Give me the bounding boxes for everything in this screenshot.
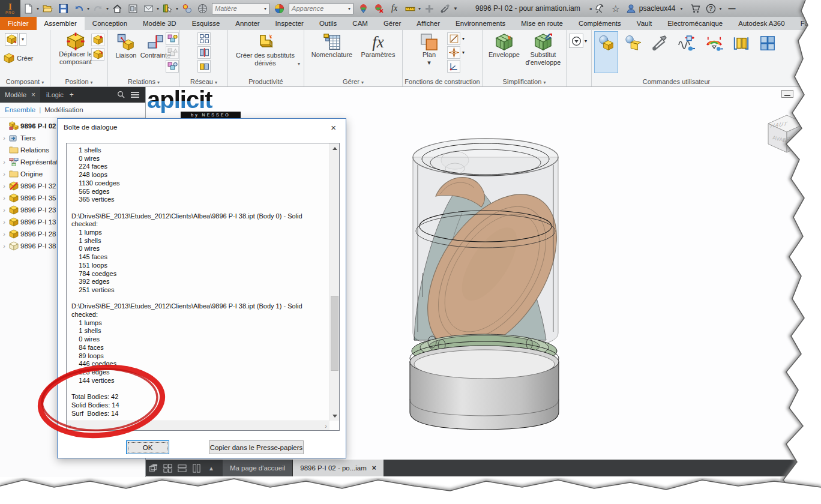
move-component-button[interactable]: Déplacer le composant (59, 32, 92, 65)
ribbon-tab-conception[interactable]: Conception (85, 17, 135, 30)
point-dropdown-icon[interactable]: ▾ (462, 50, 465, 55)
hamburger-menu-icon[interactable] (131, 92, 139, 98)
shrinkwrap-button[interactable]: Enveloppe (487, 33, 521, 59)
globe-button[interactable] (196, 2, 209, 14)
component-select-button[interactable] (161, 2, 174, 14)
ribbon-tab-factory[interactable]: Factory (793, 17, 821, 30)
vertical-scrollbar[interactable] (329, 143, 339, 421)
chevron-right-icon[interactable]: › (1, 194, 7, 202)
ribbon-tab-fichier[interactable]: Fichier (0, 17, 37, 30)
derive-dropdown-icon[interactable]: ▾ (298, 61, 300, 67)
axis-dropdown-icon[interactable]: ▾ (462, 36, 465, 41)
scroll-up-button[interactable] (330, 143, 340, 153)
clear-appearance-button[interactable] (372, 2, 385, 14)
axis-button[interactable] (447, 32, 460, 45)
appearance-combobox[interactable]: Apparence ▾ (289, 3, 353, 14)
ribbon-tab-vault[interactable]: Vault (629, 17, 660, 30)
visibility-button[interactable] (569, 34, 583, 48)
free-rotate-button[interactable] (91, 48, 104, 61)
qat-overflow-icon[interactable]: ▼ (453, 6, 458, 11)
ribbon-tab-cam[interactable]: CAM (344, 17, 376, 30)
horizontal-scrollbar[interactable]: ‹ › (67, 421, 329, 430)
derive-substitutes-button[interactable]: Créer des substituts dérivés (232, 32, 299, 67)
chevron-right-icon[interactable]: › (1, 170, 7, 178)
panel-title-fonctions[interactable]: Fonctions de construction (403, 78, 482, 85)
view-modelisation-link[interactable]: Modélisation (44, 106, 83, 113)
add-qat-button[interactable] (423, 2, 436, 14)
joint-audio-button[interactable] (180, 2, 193, 14)
panel-title-simplification[interactable]: Simplification ▾ (483, 78, 566, 85)
ok-button[interactable]: OK (126, 440, 169, 454)
panel-title-commandes[interactable]: Commandes utilisateur (592, 78, 761, 85)
chevron-right-icon[interactable]: › (1, 230, 7, 238)
expand-tabs-icon[interactable]: ▲ (208, 465, 214, 472)
favorites-button[interactable]: ☆ (609, 2, 622, 14)
cascade-windows-icon[interactable] (147, 463, 159, 473)
show-relationships-button[interactable] (166, 32, 179, 45)
ribbon-tab-inspecter[interactable]: Inspecter (268, 17, 311, 30)
user-command-panels-button[interactable] (731, 34, 751, 53)
ribbon-tab-outils[interactable]: Outils (311, 17, 344, 30)
user-command-1-button[interactable] (597, 34, 616, 53)
redo-dropdown-icon[interactable]: ▾ (106, 6, 109, 11)
pattern-button[interactable] (197, 32, 211, 45)
chevron-right-icon[interactable]: › (1, 158, 7, 166)
browser-tab-add-icon[interactable]: + (70, 91, 74, 99)
scroll-down-button[interactable] (330, 411, 340, 421)
panel-title-productivite[interactable]: Productivité (228, 78, 304, 85)
new-file-button[interactable] (22, 2, 35, 14)
parameters-button[interactable]: fx (388, 2, 401, 14)
undo-dropdown-icon[interactable]: ▾ (87, 6, 89, 11)
open-button[interactable] (41, 2, 54, 14)
scroll-right-icon[interactable]: › (325, 422, 327, 430)
tab-home-page[interactable]: Ma page d'accueil (223, 460, 293, 476)
ribbon-tab-esquisse[interactable]: Esquisse (184, 17, 228, 30)
tile-horizontal-icon[interactable] (176, 463, 188, 473)
component-select-dropdown-icon[interactable]: ▾ (176, 6, 178, 11)
ribbon-tab-mise-en-route[interactable]: Mise en route (513, 17, 571, 30)
user-command-window-button[interactable] (757, 34, 778, 53)
user-dropdown-icon[interactable]: ▾ (681, 6, 683, 11)
panel-title-composant[interactable]: Composant ▾ (0, 78, 50, 85)
shrinkwrap-substitute-button[interactable]: Substitut d'enveloppe (522, 33, 564, 66)
adjust-appearance-button[interactable] (356, 2, 370, 14)
scroll-left-icon[interactable]: ‹ (69, 422, 71, 430)
drawing-view-button[interactable] (126, 2, 139, 14)
dialog-close-icon[interactable]: × (327, 122, 340, 133)
window-minimize-button[interactable]: — (729, 4, 736, 13)
ribbon-tab-autodesk-a360[interactable]: Autodesk A360 (730, 17, 792, 30)
chevron-right-icon[interactable]: › (1, 218, 7, 226)
hide-all-relationships-button[interactable] (166, 60, 179, 73)
search-icon[interactable] (117, 91, 125, 100)
mirror-button[interactable] (197, 46, 211, 59)
ribbon-tab-afficher[interactable]: Afficher (409, 17, 448, 30)
tab-close-icon[interactable]: × (372, 464, 376, 472)
username[interactable]: psacleux44 (639, 4, 676, 13)
chevron-right-icon[interactable]: › (1, 182, 7, 190)
view-cube[interactable]: HAUT AVANT DROIT (761, 109, 813, 161)
joint-button[interactable]: Liaison (110, 34, 142, 59)
document-minimize-button[interactable] (781, 90, 793, 98)
measure-dropdown-icon[interactable]: ▾ (418, 6, 421, 11)
ribbon-tab-electrom-canique[interactable]: Electromécanique (660, 17, 730, 30)
panel-title-reseau[interactable]: Réseau ▾ (180, 78, 227, 85)
user-command-analysis-button[interactable] (703, 34, 725, 53)
help-dropdown-icon[interactable]: ▾ (720, 6, 722, 11)
insert-component-button[interactable] (5, 33, 18, 46)
send-mail-button[interactable] (142, 2, 155, 14)
browser-tab-ilogic[interactable]: iLogic + (40, 87, 145, 103)
panel-title-position[interactable]: Position ▾ (50, 78, 107, 85)
panel-title-relations[interactable]: Relations ▾ (108, 78, 179, 85)
parameters-big-button[interactable]: fx Paramètres (357, 33, 399, 59)
ribbon-tab-g-rer[interactable]: Gérer (376, 17, 409, 30)
browser-tab-close-icon[interactable]: × (31, 91, 35, 99)
chevron-right-icon[interactable]: › (1, 242, 7, 250)
panel-title-gerer[interactable]: Gérer ▾ (304, 78, 402, 85)
ribbon-tab-annoter[interactable]: Annoter (227, 17, 267, 30)
create-component-button[interactable]: Créer (4, 53, 34, 64)
bom-button[interactable]: Nomenclature (308, 33, 356, 59)
plane-button[interactable]: Plan ▾ (416, 33, 442, 66)
measure-button[interactable] (403, 2, 417, 14)
save-button[interactable] (56, 2, 70, 14)
hide-relationships-button[interactable] (166, 46, 179, 59)
